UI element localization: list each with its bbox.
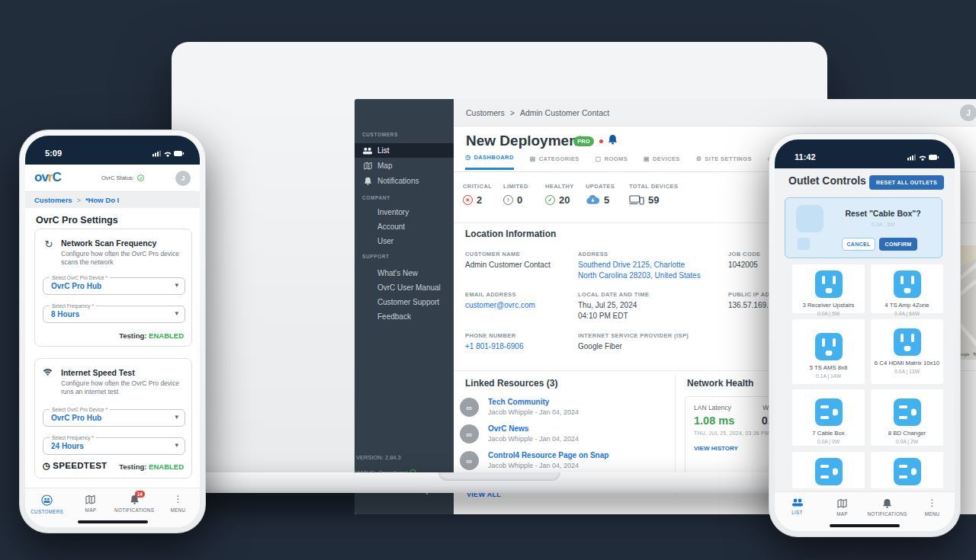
- card-description: Configure how often the OvrC Pro device …: [61, 379, 179, 396]
- select-value: 24 Hours: [51, 442, 84, 450]
- resource-link[interactable]: Control4 Resource Page on Snap: [488, 451, 608, 459]
- chevron-down-icon: ▾: [175, 281, 178, 289]
- tab-site-settings[interactable]: ⚙SITE SETTINGS: [696, 154, 752, 170]
- chevron-down-icon: ▾: [175, 441, 178, 449]
- avatar[interactable]: J: [175, 171, 191, 186]
- breadcrumb-separator: >: [77, 197, 81, 204]
- breadcrumb: Customers > Admin Customer Contact: [466, 108, 609, 117]
- address-link[interactable]: North Carolina 28203, United States: [578, 270, 701, 281]
- outlet-icon-off: [894, 458, 921, 485]
- bell-icon[interactable]: [608, 134, 618, 145]
- resource-link[interactable]: Tech Community: [488, 398, 579, 406]
- view-history-link[interactable]: VIEW HISTORY: [694, 445, 738, 452]
- field-label: CUSTOMER NAME: [465, 251, 520, 258]
- tab-categories[interactable]: ▤CATEGORIES: [530, 154, 580, 170]
- select-label: Select Frequency *: [50, 303, 96, 309]
- card-title: Network Scan Frequency: [61, 238, 179, 248]
- sidebar-item-label: Map: [377, 162, 392, 170]
- status-icons: [152, 149, 185, 158]
- people-icon: [362, 146, 373, 156]
- cancel-button[interactable]: CANCEL: [842, 238, 875, 251]
- link-icon: ∞: [460, 451, 479, 470]
- nav-menu[interactable]: ⋮ MENU: [910, 492, 955, 531]
- frequency-select[interactable]: Select Frequency * 24 Hours ▾: [43, 437, 185, 455]
- device-select[interactable]: Select OvrC Pro Device * OvrC Pro Hub ▾: [43, 409, 185, 427]
- linked-resource-row[interactable]: ∞ OvrC News Jacob Whipple - Jan 04, 2024: [460, 424, 579, 443]
- linked-resource-row[interactable]: ∞ Control4 Resource Page on Snap Jacob W…: [460, 451, 608, 470]
- outlet-tile[interactable]: 7 Cable Box 0.0A | 0W: [792, 389, 865, 446]
- avatar[interactable]: J: [960, 104, 976, 121]
- address-link[interactable]: Southend Drive 2125, Charlotte: [578, 260, 685, 270]
- sidebar-item-map[interactable]: Map: [355, 158, 454, 173]
- outlet-icon-off: [815, 458, 843, 485]
- select-value: 8 Hours: [51, 310, 79, 318]
- outlet-tile[interactable]: [792, 452, 865, 488]
- testing-status: Testing: ENABLED: [119, 331, 184, 340]
- resource-link[interactable]: OvrC News: [488, 424, 579, 433]
- field-label: EMAIL ADDRESS: [465, 291, 516, 298]
- page-title: Outlet Controls: [788, 174, 866, 187]
- sidebar-item-account[interactable]: Account: [355, 219, 454, 234]
- marketing-canvas: CUSTOMERS List Map N: [0, 0, 976, 560]
- breadcrumb-root[interactable]: Customers: [34, 196, 72, 204]
- lan-latency-label: LAN Latency: [694, 404, 731, 411]
- nav-customers[interactable]: CUSTOMERS: [25, 488, 69, 527]
- nav-menu[interactable]: ⋮ MENU: [156, 488, 200, 527]
- map-terms-link[interactable]: Terms: [973, 352, 976, 357]
- breadcrumb: Customers > *How Do I: [25, 192, 200, 208]
- status-time: 5:09: [45, 149, 62, 158]
- sidebar-item-feedback[interactable]: Feedback: [355, 309, 454, 324]
- reset-all-outlets-button[interactable]: RESET ALL OUTLETS: [869, 175, 944, 190]
- alert-dot: [599, 139, 603, 143]
- resource-meta: Jacob Whipple - Jan 04, 2024: [488, 435, 579, 443]
- field-label: JOB CODE: [728, 251, 760, 258]
- sidebar-item-label: Notifications: [377, 177, 419, 185]
- sidebar-item-user-manual[interactable]: OvrC User Manual: [355, 280, 454, 295]
- field-value: Google Fiber: [578, 341, 622, 352]
- stat-critical: CRITICAL ✕2: [463, 183, 492, 206]
- outlet-tile[interactable]: 4 TS Amp 4Zone 0.4A | 64W: [871, 264, 943, 313]
- limited-icon: !: [503, 195, 513, 205]
- phone-link[interactable]: +1 801-918-6906: [465, 341, 523, 352]
- linked-resource-row[interactable]: ∞ Tech Community Jacob Whipple - Jan 04,…: [460, 398, 579, 417]
- outlet-icon: [894, 270, 921, 298]
- status-bar: 11:42: [775, 139, 955, 168]
- sidebar-item-notifications[interactable]: Notifications: [355, 174, 454, 188]
- tab-dashboard[interactable]: ◷DASHBOARD: [465, 154, 514, 170]
- outlet-tile[interactable]: [871, 452, 943, 488]
- devices-icon: ▣: [644, 155, 650, 162]
- resource-meta: Jacob Whipple - Jan 04, 2024: [488, 462, 608, 469]
- email-link[interactable]: customer@ovrc.com: [465, 300, 535, 311]
- tab-devices[interactable]: ▣DEVICES: [644, 154, 680, 170]
- device-select[interactable]: Select OvrC Pro Device * OvrC Pro Hub ▾: [43, 277, 185, 295]
- breadcrumb-root[interactable]: Customers: [466, 108, 505, 117]
- select-label: Select Frequency *: [50, 435, 96, 440]
- field-value: 1042005: [728, 260, 758, 270]
- field-value: Admin Customer Contact: [465, 260, 551, 270]
- outlet-name: 8 BD Changer: [885, 430, 929, 437]
- sidebar-item-user[interactable]: User: [355, 234, 454, 248]
- phone-right-device: 11:42 Outlet Controls RESET ALL OUTLETS …: [769, 133, 961, 537]
- outlet-ghost-icon: [798, 238, 810, 250]
- pro-badge: PRO: [573, 136, 594, 146]
- confirm-button[interactable]: CONFIRM: [879, 238, 917, 251]
- outlet-tile[interactable]: 8 BD Changer 0.0A | 2W: [871, 389, 943, 446]
- kebab-menu-icon: ⋮: [928, 498, 937, 508]
- breadcrumb-separator: >: [510, 108, 515, 117]
- sidebar-item-list[interactable]: List: [355, 143, 454, 158]
- outlet-name: 6 C4 HDMI Matrix 10x10: [872, 360, 942, 367]
- bell-icon: [362, 176, 373, 187]
- tab-rooms[interactable]: ▢ROOMS: [596, 154, 628, 170]
- sidebar-item-whats-new[interactable]: What's New: [355, 266, 454, 280]
- outlet-tile[interactable]: 5 TS AMS 8x8 0.1A | 14W: [792, 319, 865, 384]
- outlet-tile[interactable]: 6 C4 HDMI Matrix 10x10 0.0A | 13W: [871, 319, 943, 384]
- sidebar-item-customer-support[interactable]: Customer Support: [355, 295, 454, 309]
- field-label: LOCAL DATE AND TIME: [578, 291, 649, 298]
- sidebar-section-support: SUPPORT: [362, 254, 390, 259]
- sidebar-item-inventory[interactable]: Inventory: [355, 205, 454, 219]
- frequency-select[interactable]: Select Frequency * 8 Hours ▾: [43, 306, 185, 323]
- nav-list[interactable]: LIST: [775, 492, 820, 531]
- map-icon: [85, 494, 95, 504]
- outlet-tile[interactable]: 3 Receiver Upstairs 0.0A | 5W: [792, 264, 865, 313]
- breadcrumb-current: Admin Customer Contact: [520, 108, 609, 117]
